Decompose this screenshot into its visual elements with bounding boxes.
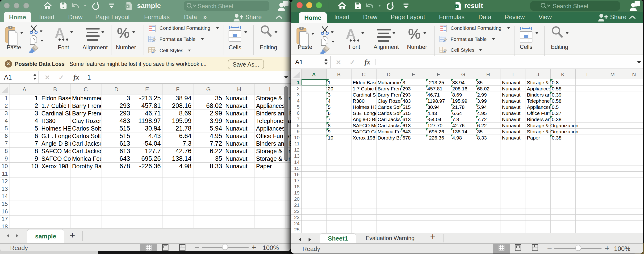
svg-text:x: x [456, 5, 458, 8]
svg-text:x: x [127, 5, 128, 8]
